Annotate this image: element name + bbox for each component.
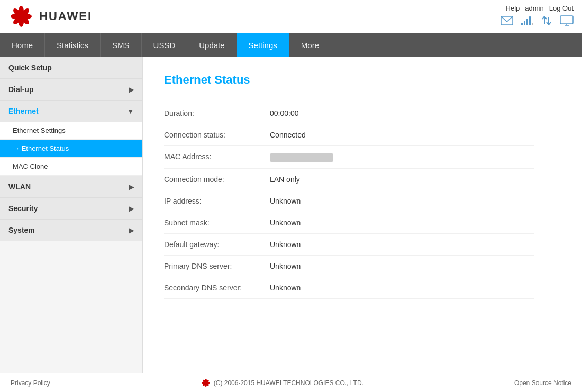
value-subnet-mask: Unknown — [270, 218, 301, 227]
sidebar-section-security: Security ▶ — [0, 198, 142, 220]
ethernet-arrow-icon: ▼ — [127, 107, 134, 115]
status-row-ip-address: IP address: Unknown — [164, 190, 534, 212]
sidebar-section-system: System ▶ — [0, 220, 142, 241]
value-duration: 00:00:00 — [270, 109, 299, 117]
sidebar-header-dialup[interactable]: Dial-up ▶ — [0, 79, 142, 100]
status-row-duration: Duration: 00:00:00 — [164, 103, 534, 124]
system-arrow-icon: ▶ — [129, 226, 134, 234]
label-primary-dns: Primary DNS server: — [164, 262, 270, 270]
label-mac-address: MAC Address: — [164, 152, 270, 162]
wlan-arrow-icon: ▶ — [129, 183, 134, 191]
label-secondary-dns: Secondary DNS server: — [164, 284, 270, 292]
header-links: Help admin Log Out — [506, 4, 574, 12]
sidebar-header-wlan[interactable]: WLAN ▶ — [0, 176, 142, 197]
transfer-icon — [541, 16, 552, 28]
main-nav: Home Statistics SMS USSD Update Settings… — [0, 33, 582, 57]
sidebar-header-quick-setup[interactable]: Quick Setup — [0, 57, 142, 78]
header: HUAWEI Help admin Log Out — [0, 0, 582, 33]
label-subnet-mask: Subnet mask: — [164, 218, 270, 227]
svg-rect-13 — [532, 23, 533, 25]
envelope-icon[interactable] — [501, 16, 513, 28]
value-connection-mode: LAN only — [270, 175, 300, 184]
value-secondary-dns: Unknown — [270, 284, 301, 292]
page-title: Ethernet Status — [164, 73, 561, 87]
header-icons — [501, 15, 574, 29]
sidebar-item-mac-clone[interactable]: MAC Clone — [0, 158, 142, 176]
footer-copyright: (C) 2006-2015 HUAWEI TECHNOLOGIES CO., L… — [214, 379, 363, 387]
nav-sms[interactable]: SMS — [101, 33, 142, 57]
sidebar-label-quick-setup: Quick Setup — [8, 63, 52, 72]
sidebar: Quick Setup Dial-up ▶ Ethernet ▼ Etherne… — [0, 57, 143, 373]
sidebar-section-quick-setup: Quick Setup — [0, 57, 142, 79]
sidebar-label-dialup: Dial-up — [8, 85, 33, 94]
monitor-icon — [560, 15, 574, 29]
value-connection-status: Connected — [270, 131, 306, 139]
huawei-logo-icon — [8, 6, 34, 27]
nav-settings[interactable]: Settings — [237, 33, 289, 57]
header-right: Help admin Log Out — [501, 4, 574, 29]
sidebar-item-ethernet-status[interactable]: Ethernet Status — [0, 140, 142, 158]
sidebar-label-ethernet: Ethernet — [8, 107, 39, 115]
nav-ussd[interactable]: USSD — [142, 33, 188, 57]
label-duration: Duration: — [164, 109, 270, 117]
sidebar-sub-ethernet: Ethernet Settings Ethernet Status MAC Cl… — [0, 122, 142, 176]
status-row-primary-dns: Primary DNS server: Unknown — [164, 256, 534, 277]
svg-rect-12 — [529, 16, 531, 25]
security-arrow-icon: ▶ — [129, 205, 134, 213]
sidebar-label-system: System — [8, 226, 35, 234]
sidebar-section-wlan: WLAN ▶ — [0, 176, 142, 198]
label-connection-status: Connection status: — [164, 131, 270, 139]
sidebar-header-security[interactable]: Security ▶ — [0, 198, 142, 219]
signal-bars-icon — [521, 16, 533, 28]
nav-statistics[interactable]: Statistics — [45, 33, 101, 57]
logout-link[interactable]: Log Out — [549, 4, 574, 12]
footer-open-source[interactable]: Open Source Notice — [514, 379, 571, 387]
nav-home[interactable]: Home — [0, 33, 45, 57]
label-connection-mode: Connection mode: — [164, 175, 270, 184]
footer: Privacy Policy (C) 2006-2015 HUAWEI TECH… — [0, 373, 582, 392]
ethernet-status-table: Duration: 00:00:00 Connection status: Co… — [164, 103, 534, 299]
content-area: Ethernet Status Duration: 00:00:00 Conne… — [143, 57, 582, 373]
status-row-subnet-mask: Subnet mask: Unknown — [164, 212, 534, 234]
status-row-connection-status: Connection status: Connected — [164, 124, 534, 146]
logo: HUAWEI — [8, 6, 92, 27]
nav-update[interactable]: Update — [187, 33, 237, 57]
status-row-connection-mode: Connection mode: LAN only — [164, 169, 534, 190]
svg-rect-11 — [526, 19, 528, 25]
svg-rect-9 — [521, 23, 523, 25]
help-link[interactable]: Help — [506, 4, 520, 12]
status-row-default-gateway: Default gateway: Unknown — [164, 234, 534, 256]
value-default-gateway: Unknown — [270, 240, 301, 249]
status-row-secondary-dns: Secondary DNS server: Unknown — [164, 277, 534, 299]
dialup-arrow-icon: ▶ — [129, 86, 134, 94]
sidebar-header-system[interactable]: System ▶ — [0, 220, 142, 241]
label-default-gateway: Default gateway: — [164, 240, 270, 249]
admin-link[interactable]: admin — [525, 4, 543, 12]
svg-rect-16 — [560, 16, 573, 24]
sidebar-item-ethernet-settings[interactable]: Ethernet Settings — [0, 122, 142, 140]
svg-rect-10 — [524, 21, 525, 25]
footer-huawei-icon — [201, 379, 211, 387]
sidebar-section-dialup: Dial-up ▶ — [0, 79, 142, 101]
value-mac-address — [270, 153, 333, 162]
main-content: Quick Setup Dial-up ▶ Ethernet ▼ Etherne… — [0, 57, 582, 373]
nav-more[interactable]: More — [289, 33, 331, 57]
sidebar-header-ethernet[interactable]: Ethernet ▼ — [0, 101, 142, 122]
value-ip-address: Unknown — [270, 197, 301, 205]
brand-name: HUAWEI — [39, 10, 92, 23]
sidebar-label-security: Security — [8, 204, 38, 213]
status-row-mac-address: MAC Address: — [164, 146, 534, 169]
sidebar-section-ethernet: Ethernet ▼ Ethernet Settings Ethernet St… — [0, 101, 142, 176]
label-ip-address: IP address: — [164, 197, 270, 205]
sidebar-label-wlan: WLAN — [8, 183, 31, 191]
footer-privacy[interactable]: Privacy Policy — [11, 379, 50, 387]
value-primary-dns: Unknown — [270, 262, 301, 270]
footer-center: (C) 2006-2015 HUAWEI TECHNOLOGIES CO., L… — [201, 379, 363, 387]
